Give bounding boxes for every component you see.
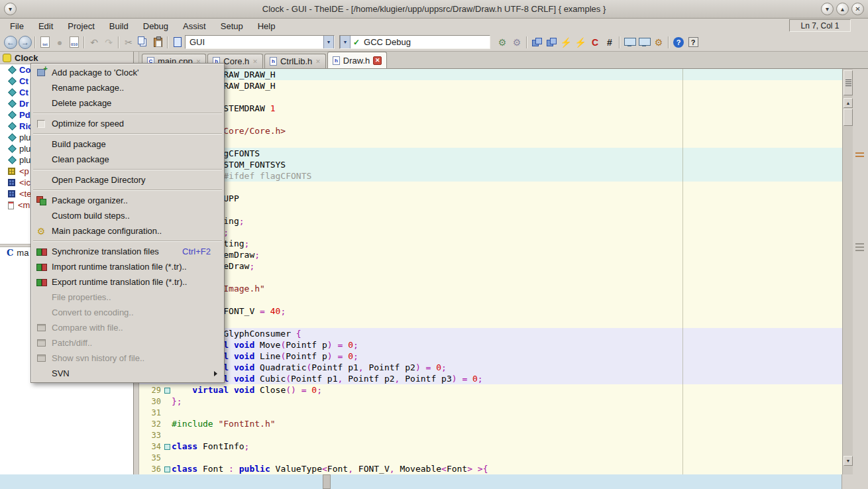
code-line-22[interactable]: 22const int FONT_V = 40; — [139, 305, 842, 317]
main-config-combo[interactable]: GUI▼ — [185, 35, 335, 49]
code-line-8[interactable]: 8#ifdef flagCFONTS — [139, 148, 842, 159]
code-line-6[interactable]: 6#include <Core/Core.h> — [139, 125, 842, 136]
code-line-33[interactable]: 33 — [139, 429, 842, 441]
code-line-7[interactable]: 7 — [139, 136, 842, 148]
code-line-23[interactable]: 23 — [139, 317, 842, 328]
menu-item-build-package[interactable]: Build package — [32, 136, 223, 152]
code-line-29[interactable]: 29 virtual void Close() = 0; — [139, 384, 842, 396]
run-button[interactable]: ⚡ — [559, 34, 573, 50]
code-line-20[interactable]: 20#include "Image.h" — [139, 283, 842, 294]
code-line-14[interactable]: 14class Drawing; — [139, 215, 842, 227]
menubar-item-setup[interactable]: Setup — [213, 20, 250, 32]
menu-item-show-svn-history-of-file[interactable]: Show svn history of file.. — [32, 351, 223, 366]
preprocessor-button[interactable]: # — [602, 34, 617, 50]
menubar-item-help[interactable]: Help — [250, 20, 283, 32]
text-file-button[interactable]: txt — [38, 34, 52, 50]
code-line-9[interactable]: 9#define CUSTOM_FONTSYS — [139, 159, 842, 170]
menu-item-file-properties[interactable]: File properties.. — [32, 290, 223, 305]
code-line-11[interactable]: 11 — [139, 182, 842, 193]
code-line-3[interactable]: 3 — [139, 91, 842, 103]
rebuild-package-button[interactable] — [544, 34, 559, 50]
bottom-splitter[interactable] — [323, 474, 331, 489]
menu-item-export-runtime-translation-file-tr[interactable]: Export runtime translation file (*.tr).. — [32, 274, 223, 290]
paste-button[interactable] — [150, 34, 165, 50]
dropdown-arrow-icon[interactable]: ▼ — [340, 36, 351, 48]
line-number[interactable]: 35 — [139, 453, 163, 462]
menubar-item-debug[interactable]: Debug — [136, 20, 176, 32]
build-method-combo[interactable]: ▼✓GCC Debug — [339, 35, 490, 49]
scroll-up-button[interactable]: ▲ — [843, 98, 853, 108]
menu-item-rename-package[interactable]: Rename package.. — [32, 80, 223, 95]
code-line-17[interactable]: 17class SystemDraw; — [139, 249, 842, 260]
menu-item-package-organizer[interactable]: Package organizer.. — [32, 193, 223, 208]
menubar-item-build[interactable]: Build — [102, 20, 136, 32]
menu-item-main-package-configuration[interactable]: ⚙Main package configuration.. — [32, 223, 223, 239]
code-line-27[interactable]: 27 virtual void Quadratic(Pointf p1, Poi… — [139, 362, 842, 373]
code-line-13[interactable]: 13 — [139, 204, 842, 215]
designer-button[interactable] — [622, 34, 637, 50]
menu-item-convert-to-encoding[interactable]: Convert to encoding.. — [32, 305, 223, 320]
menu-item-import-runtime-translation-file-tr[interactable]: Import runtime translation file (*.tr).. — [32, 259, 223, 274]
tab-ctrllib-h[interactable]: hCtrlLib.h✕ — [264, 54, 326, 68]
menu-item-svn[interactable]: SVN — [32, 366, 223, 381]
undo-button[interactable]: ↶ — [87, 34, 101, 50]
line-number[interactable]: 34 — [139, 442, 163, 451]
code-line-18[interactable]: 18class ImageDraw; — [139, 260, 842, 272]
round-toggle-button[interactable]: ● — [52, 34, 67, 50]
code-line-31[interactable]: 31 — [139, 407, 842, 418]
code-line-21[interactable]: 21 — [139, 294, 842, 305]
menu-item-add-package-to-clock[interactable]: Add package to 'Clock' — [32, 65, 223, 80]
code-line-36[interactable]: 36class Font : public ValueType<Font, FO… — [139, 463, 842, 474]
code-line-4[interactable]: 4#define SYSTEMDRAW 1 — [139, 103, 842, 114]
code-line-15[interactable]: 15class Draw; — [139, 227, 842, 238]
build-settings-button[interactable]: ⚙ — [495, 34, 510, 50]
code-line-32[interactable]: 32#include "FontInt.h" — [139, 418, 842, 429]
help-button[interactable]: ? — [671, 34, 686, 50]
shade-button[interactable]: ▾ — [821, 3, 834, 15]
tab-close-icon[interactable]: ✕ — [252, 58, 258, 65]
menubar-item-edit[interactable]: Edit — [31, 20, 60, 32]
tab-draw-h[interactable]: hDraw.h✕ — [327, 52, 387, 68]
annotation-menu-button[interactable] — [843, 70, 853, 95]
file-info-button[interactable] — [170, 34, 185, 50]
menubar-item-project[interactable]: Project — [60, 20, 101, 32]
code-line-30[interactable]: 30}; — [139, 396, 842, 407]
scroll-down-button[interactable]: ▼ — [843, 456, 853, 466]
code-line-19[interactable]: 19 — [139, 272, 842, 283]
code-editor[interactable]: 1#ifndef _DRAW_DRAW_H2#define _DRAW_DRAW… — [139, 69, 842, 474]
line-number[interactable]: 31 — [139, 408, 163, 417]
tab-close-icon[interactable]: ✕ — [315, 58, 321, 65]
line-number[interactable]: 30 — [139, 397, 163, 406]
code-line-34[interactable]: 34class FontInfo; — [139, 441, 842, 452]
line-number[interactable]: 32 — [139, 419, 163, 429]
nav-forward-button[interactable]: → — [18, 34, 32, 50]
code-line-35[interactable]: 35 — [139, 452, 842, 463]
nav-back-button[interactable]: ← — [3, 34, 18, 50]
menu-item-compare-with-file[interactable]: Compare with file.. — [32, 320, 223, 335]
menu-item-clean-package[interactable]: Clean package — [32, 152, 223, 167]
menu-item-custom-build-steps[interactable]: Custom build steps.. — [32, 208, 223, 223]
build-methods-button[interactable]: ⚙ — [510, 34, 524, 50]
code-line-25[interactable]: 25 virtual void Move(Pointf p) = 0; — [139, 339, 842, 351]
code-line-2[interactable]: 2#define _DRAW_DRAW_H — [139, 80, 842, 91]
menu-item-synchronize-translation-files[interactable]: Synchronize translation filesCtrl+F2 — [32, 244, 223, 259]
ide-settings-button[interactable]: ⚙ — [651, 34, 666, 50]
window-menu-button[interactable]: ▾ — [4, 3, 17, 15]
layout-designer-button[interactable] — [637, 34, 651, 50]
binary-file-button[interactable]: 010 — [67, 34, 81, 50]
context-help-button[interactable]: ? — [686, 34, 700, 50]
code-line-24[interactable]: 24class FontGlyphConsumer { — [139, 328, 842, 339]
code-line-12[interactable]: 12NAMESPACE_UPP — [139, 193, 842, 204]
menubar-item-assist[interactable]: Assist — [176, 20, 213, 32]
menu-item-open-package-directory[interactable]: Open Package Directory — [32, 172, 223, 188]
editor-scrollbar[interactable]: ▲ ▼ — [842, 69, 853, 474]
debug-run-button[interactable]: ⚡ — [573, 34, 588, 50]
line-number[interactable]: 33 — [139, 431, 163, 440]
dropdown-arrow-icon[interactable]: ▼ — [323, 36, 334, 48]
line-number[interactable]: 29 — [139, 386, 163, 395]
maximize-button[interactable]: ▴ — [836, 3, 849, 15]
code-line-5[interactable]: 5 — [139, 114, 842, 125]
tab-close-icon[interactable]: ✕ — [373, 56, 382, 65]
line-number[interactable]: 36 — [139, 464, 163, 474]
code-line-1[interactable]: 1#ifndef _DRAW_DRAW_H — [139, 69, 842, 80]
